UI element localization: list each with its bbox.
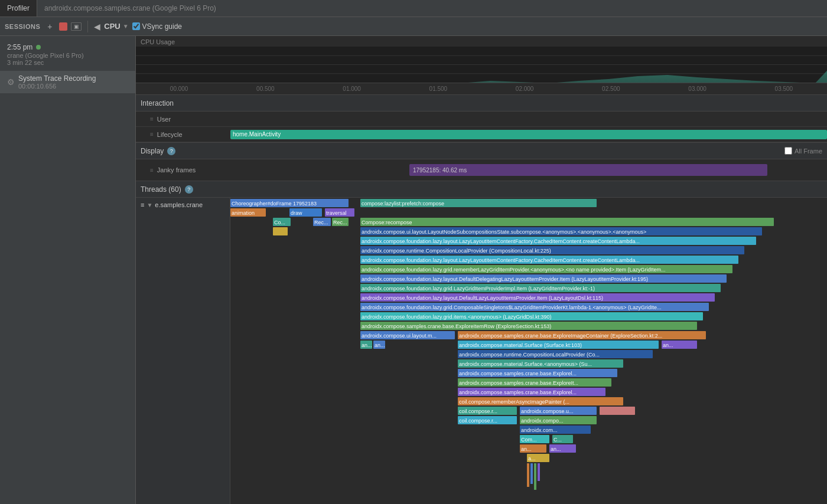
svg-text:androidx.compose.samples.crane: androidx.compose.samples.crane.base.Expl… [459, 333, 662, 339]
svg-text:androidx.compose.foundation.la: androidx.compose.foundation.lazy.grid.it… [362, 314, 552, 320]
session-time: 2:55 pm [7, 43, 128, 51]
main-tab-label: androidx.compose.samples.crane (Google P… [44, 4, 216, 12]
lifecycle-label: Lifecycle [157, 131, 183, 138]
svg-text:androidx.compo...: androidx.compo... [521, 418, 564, 424]
svg-text:an...: an... [551, 446, 561, 452]
recording-indicator [36, 45, 41, 50]
display-header: Display ? All Frame [136, 143, 827, 159]
janky-label: Janky frames [157, 166, 196, 174]
recording-time: 00:00:10.656 [18, 83, 96, 90]
all-frames-checkbox[interactable] [784, 147, 792, 155]
user-label: User [157, 116, 171, 123]
tick-5: 02.500 [568, 86, 654, 92]
thread-name-label: e.samples.crane [155, 201, 203, 208]
sidebar: 2:55 pm crane (Google Pixel 6 Pro) 3 min… [0, 36, 136, 504]
tick-1: 00.500 [222, 86, 308, 92]
info-icon[interactable]: ? [167, 147, 175, 155]
all-frames-check: All Frame [784, 147, 822, 155]
vsync-label: VSync guide [142, 22, 182, 31]
svg-text:androidx.compose.ui.layout.m..: androidx.compose.ui.layout.m... [362, 333, 437, 339]
svg-text:androidx.compose.foundation.la: androidx.compose.foundation.lazy.layout.… [362, 295, 603, 301]
hamburger-icon: ≡ [150, 116, 154, 122]
capture-button[interactable]: ▣ [71, 22, 82, 31]
svg-text:animation: animation [232, 210, 255, 216]
back-button[interactable]: ◀ [94, 22, 100, 31]
tick-4: 02.000 [481, 86, 568, 92]
janky-frames-row: ≡ Janky frames 17952185: 40.62 ms [136, 159, 827, 181]
profiler-tab[interactable]: Profiler [0, 0, 37, 17]
svg-rect-95 [538, 463, 540, 481]
chevron-down-icon: ▼ [123, 23, 129, 30]
session-item[interactable]: 2:55 pm crane (Google Pixel 6 Pro) 3 min… [0, 41, 135, 68]
interaction-section: Interaction ≡ User ≡ Lifecycle home.Main… [136, 95, 827, 143]
thread-sidebar: ≡ ▼ e.samples.crane [136, 198, 230, 504]
threads-content: ≡ ▼ e.samples.crane Choreographer#doFram… [136, 198, 827, 504]
gear-icon: ⚙ [7, 77, 15, 87]
user-track-label: ≡ User [136, 116, 230, 123]
svg-text:androidx.compose.material.Surf: androidx.compose.material.Surface (Surfa… [459, 342, 582, 348]
janky-track-label: ≡ Janky frames [136, 166, 230, 174]
svg-text:androidx.compose.samples.crane: androidx.compose.samples.crane.base.Expl… [459, 390, 577, 395]
activity-name: home.MainActivity [233, 131, 281, 138]
cpu-dropdown[interactable]: CPU ▼ [104, 22, 128, 31]
hamburger-icon-3: ≡ [150, 167, 154, 174]
svg-text:Co...: Co... [274, 220, 285, 225]
svg-rect-92 [527, 463, 529, 487]
svg-text:androidx.compose.runtime.Compo: androidx.compose.runtime.CompositionLoca… [362, 248, 551, 254]
svg-text:Rec...: Rec... [333, 220, 347, 225]
session-time-label: 2:55 pm [7, 43, 32, 51]
session-device: crane (Google Pixel 6 Pro) [7, 52, 128, 59]
svg-text:draw: draw [291, 210, 302, 216]
svg-text:Compose:recompose: Compose:recompose [362, 220, 412, 225]
toolbar-separator [87, 21, 88, 32]
tick-3: 01.500 [395, 86, 481, 92]
main-tab[interactable]: androidx.compose.samples.crane (Google P… [37, 0, 223, 17]
svg-text:androidx.compose.runtime.Compo: androidx.compose.runtime.CompositionLoca… [459, 352, 600, 358]
add-session-button[interactable]: + [44, 21, 56, 32]
recording-info: System Trace Recording 00:00:10.656 [18, 74, 96, 90]
svg-text:C...: C... [553, 437, 562, 443]
svg-text:androidx.compose.foundation.la: androidx.compose.foundation.lazy.grid.La… [362, 286, 595, 292]
svg-text:an...: an... [663, 342, 673, 348]
svg-text:androidx.compose.u...: androidx.compose.u... [521, 408, 574, 414]
svg-text:traversal: traversal [326, 210, 347, 216]
timeline-ruler: 00.000 00.500 01.000 01.500 02.000 02.50… [136, 83, 827, 94]
cpu-chart-area: CPU Usage [136, 36, 827, 95]
svg-text:a...: a... [528, 456, 536, 462]
profiler-tab-label: Profiler [7, 4, 30, 12]
svg-rect-94 [534, 463, 536, 490]
svg-text:androidx.compose.samples.crane: androidx.compose.samples.crane.base.Expl… [362, 323, 551, 329]
janky-track-content: 17952185: 40.62 ms [230, 159, 827, 181]
interaction-header: Interaction [136, 95, 827, 112]
svg-text:compose:lazylist:prefetch:comp: compose:lazylist:prefetch:compose [362, 201, 444, 207]
tick-0: 00.000 [136, 86, 222, 92]
threads-info-icon[interactable]: ? [185, 185, 193, 194]
janky-bar[interactable]: 17952185: 40.62 ms [409, 164, 767, 176]
svg-text:an...: an... [362, 342, 372, 348]
vsync-checkbox[interactable] [132, 22, 140, 30]
sessions-label: SESSIONS [5, 23, 40, 30]
svg-text:androidx.compose.ui.layout.Lay: androidx.compose.ui.layout.LayoutNodeSub… [362, 229, 646, 235]
expand-icon[interactable]: ▼ [146, 202, 152, 208]
tick-6: 03.000 [655, 86, 741, 92]
cpu-usage-label: CPU Usage [141, 38, 175, 45]
thread-timeline[interactable]: Choreographer#doFrame 17952183 compose:l… [230, 198, 827, 504]
session-duration: 3 min 22 sec [7, 59, 128, 66]
threads-header: Threads (60) ? [136, 181, 827, 198]
thread-name: ≡ ▼ e.samples.crane [141, 201, 203, 208]
recording-item[interactable]: ⚙ System Trace Recording 00:00:10.656 [0, 71, 135, 93]
svg-rect-93 [530, 463, 533, 484]
title-bar: Profiler androidx.compose.samples.crane … [0, 0, 827, 17]
threads-section: Threads (60) ? ≡ ▼ e.samples.crane [136, 181, 827, 504]
activity-bar[interactable]: home.MainActivity [230, 130, 827, 139]
janky-tooltip-text: 17952185: 40.62 ms [413, 167, 467, 174]
stop-button[interactable] [59, 22, 67, 31]
svg-text:androidx.compose.material.Surf: androidx.compose.material.Surface.<anony… [459, 361, 592, 367]
vsync-checkbox-label[interactable]: VSync guide [132, 22, 182, 31]
svg-rect-16 [360, 218, 774, 226]
user-track-content [230, 112, 827, 126]
svg-text:androidx.compose.foundation.la: androidx.compose.foundation.lazy.layout.… [362, 238, 640, 244]
display-section: Display ? All Frame ≡ Janky frames 17952… [136, 143, 827, 181]
svg-text:androidx.compose.foundation.la: androidx.compose.foundation.lazy.grid.Co… [362, 305, 662, 310]
lifecycle-track-label: ≡ Lifecycle [136, 131, 230, 138]
